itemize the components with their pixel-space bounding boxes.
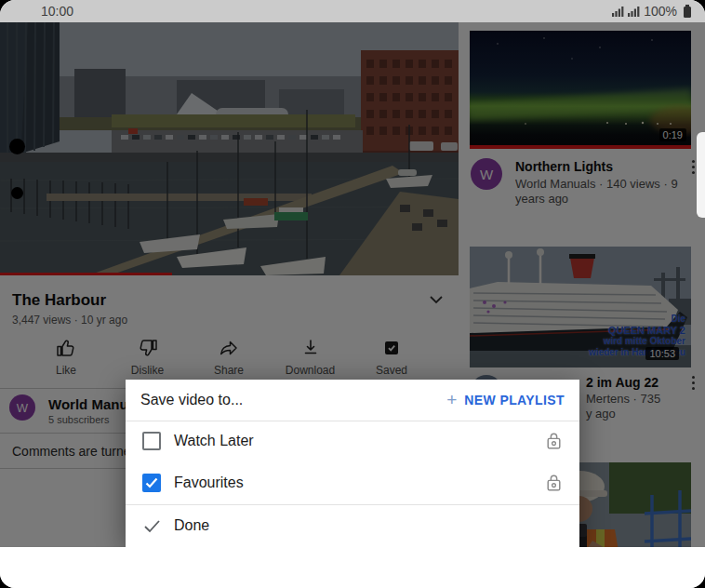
signal-icon-2 [628, 5, 640, 18]
lock-icon [545, 473, 563, 497]
signal-icon [612, 5, 624, 18]
plus-icon: + [446, 392, 457, 408]
scrollbar[interactable] [697, 132, 705, 218]
save-video-dialog: Save video to... + NEW PLAYLIST Watch La… [126, 380, 579, 547]
status-bar: 10:00 100% [0, 0, 705, 22]
checkbox-unchecked[interactable] [142, 432, 161, 450]
device-screen: 10:00 100% [0, 0, 705, 588]
new-playlist-label: NEW PLAYLIST [464, 393, 565, 408]
done-label: Done [174, 517, 209, 534]
dialog-title: Save video to... [140, 392, 243, 408]
navigation-bar [0, 547, 705, 588]
playlist-label: Favourites [174, 474, 244, 491]
battery-percent: 100% [644, 4, 677, 19]
checkbox-checked[interactable] [142, 474, 161, 492]
playlist-row-favourites[interactable]: Favourites [126, 462, 579, 504]
playlist-label: Watch Later [174, 433, 254, 449]
new-playlist-button[interactable]: + NEW PLAYLIST [446, 392, 565, 408]
floating-dot-icon[interactable] [9, 139, 25, 154]
battery-icon [681, 3, 694, 20]
done-button[interactable]: Done [126, 504, 579, 547]
playlist-row-watch-later[interactable]: Watch Later [126, 421, 579, 462]
clock: 10:00 [41, 4, 73, 19]
check-icon [141, 514, 164, 541]
lock-icon [545, 431, 563, 455]
floating-dot-icon-2[interactable] [11, 187, 23, 199]
